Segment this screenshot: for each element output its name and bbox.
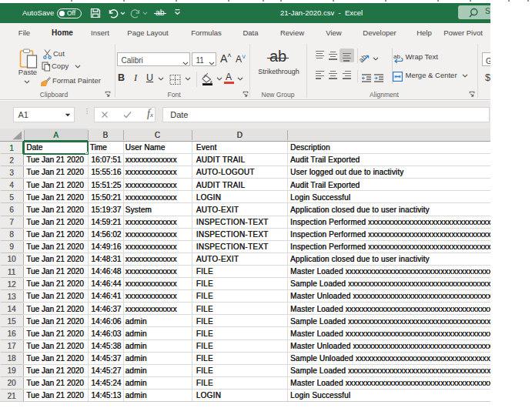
svg-text:ab: ab [393, 53, 400, 60]
